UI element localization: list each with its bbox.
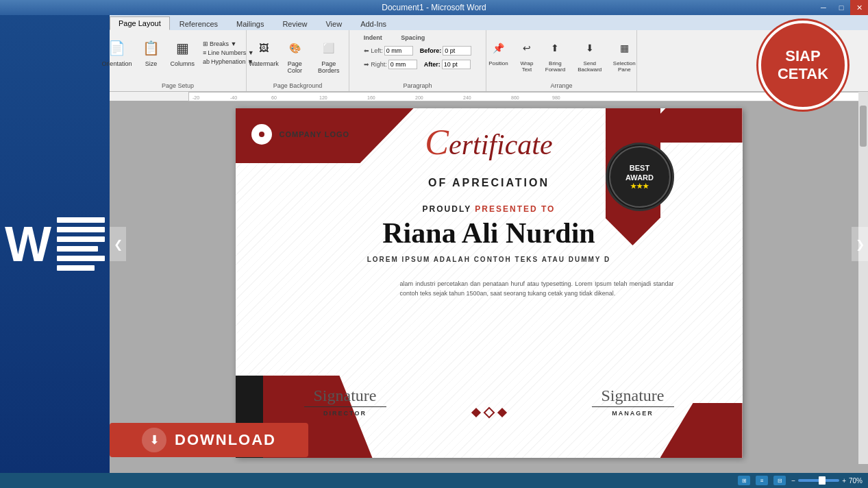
cert-proudly-presented: PROUDLY PRESENTED TO xyxy=(423,204,556,214)
bring-forward-button[interactable]: ⬆ BringForward xyxy=(543,36,567,74)
page-setup-content: 📄 Orientation 📋 Size ▦ Columns ⊞Breaks ▼… xyxy=(99,36,256,88)
zoom-bar: − + 70% xyxy=(791,477,863,485)
diamond-center xyxy=(483,407,495,419)
page-background-label: Page Background xyxy=(273,82,323,89)
zoom-thumb xyxy=(819,476,826,485)
scrollbar-thumb[interactable] xyxy=(860,106,867,147)
selection-pane-icon: ▦ xyxy=(613,37,635,59)
size-icon: 📋 xyxy=(140,37,162,59)
cert-title-rest: ertificate xyxy=(449,129,553,160)
position-icon: 📌 xyxy=(487,37,509,59)
orientation-icon: 📄 xyxy=(106,37,127,59)
maximize-button[interactable]: □ xyxy=(832,0,850,15)
cert-presented-to-text: PRESENTED TO xyxy=(475,204,555,214)
selection-pane-button[interactable]: ▦ SelectionPane xyxy=(612,36,637,74)
indent-left-row: ⬅ Left: Before: xyxy=(364,46,472,56)
cert-sig-2-text: Signature xyxy=(602,387,665,404)
cetak-text: CETAK xyxy=(778,65,828,83)
download-icon: ⬇ xyxy=(142,428,166,452)
ribbon-group-arrange: 📌 Position ↩ Wrap Text ⬆ BringForward ⬇ … xyxy=(486,30,637,91)
cert-body-text: alam industri percetakan dan penataan hu… xyxy=(400,280,674,298)
send-backward-button[interactable]: ⬇ Send Backward xyxy=(570,36,609,74)
paragraph-content: Indent Spacing ⬅ Left: Before: ➡ Right: … xyxy=(364,34,472,88)
cert-sig-2-title: MANAGER xyxy=(612,410,654,417)
diamond-right xyxy=(497,408,506,417)
position-button[interactable]: 📌 Position xyxy=(486,36,510,68)
watermark-button[interactable]: 🖼 Watermark xyxy=(250,36,278,69)
tab-mailings[interactable]: Mailings xyxy=(227,17,273,30)
cert-sig-1-text: Signature xyxy=(314,387,377,404)
arrange-label: Arrange xyxy=(550,82,572,89)
indent-left-input[interactable] xyxy=(384,46,413,56)
ruler-inner: -20 -40 60 120 160 200 240 860 980 xyxy=(188,92,861,101)
word-logo-sidebar: W xyxy=(0,0,110,488)
cert-logo: COMPANY LOGO xyxy=(249,122,350,147)
indent-right-input[interactable] xyxy=(388,60,417,69)
status-icon-1[interactable]: ⊞ xyxy=(738,476,750,485)
paragraph-label: Paragraph xyxy=(403,82,432,89)
cert-proudly-text: PROUDLY xyxy=(423,204,471,214)
cert-title: Certificate xyxy=(352,122,626,162)
cert-signature-manager: Signature MANAGER xyxy=(592,387,674,417)
indent-right-label: ➡ Right: xyxy=(364,61,387,68)
cert-badge-best: BEST xyxy=(630,164,649,173)
size-button[interactable]: 📋 Size xyxy=(137,36,164,69)
before-input[interactable] xyxy=(443,46,471,56)
zoom-plus[interactable]: + xyxy=(842,477,846,485)
page-borders-button[interactable]: ⬜ Page Borders xyxy=(312,36,345,75)
columns-button[interactable]: ▦ Columns xyxy=(167,36,197,69)
cert-sig-2-line xyxy=(592,406,674,407)
siap-cetak-badge: SIAP CETAK xyxy=(758,21,847,110)
minimize-button[interactable]: ─ xyxy=(815,0,832,15)
cert-logo-text: COMPANY LOGO xyxy=(280,130,350,138)
after-input[interactable] xyxy=(442,60,471,69)
download-label: DOWNLOAD xyxy=(175,431,276,449)
word-line-3 xyxy=(57,236,105,242)
word-lines-icon xyxy=(57,217,105,271)
nav-arrow-left[interactable]: ❮ xyxy=(110,227,126,261)
ribbon-content: 📄 Orientation 📋 Size ▦ Columns ⊞Breaks ▼… xyxy=(110,30,868,92)
download-button[interactable]: ⬇ DOWNLOAD xyxy=(110,423,308,457)
zoom-level: 70% xyxy=(849,477,863,485)
vertical-scrollbar[interactable] xyxy=(858,92,868,464)
bring-forward-icon: ⬆ xyxy=(544,37,566,59)
tab-references[interactable]: References xyxy=(171,17,227,30)
tab-page-layout[interactable]: Page Layout xyxy=(110,16,170,30)
ribbon-bookmark-bottom xyxy=(606,218,660,245)
cert-logo-circle xyxy=(249,122,274,147)
page-color-button[interactable]: 🎨 Page Color xyxy=(280,36,309,75)
cert-badge-award: AWARD xyxy=(625,173,654,182)
status-icon-3[interactable]: ⊟ xyxy=(773,476,786,485)
cert-of-apreciation: OF APRECIATION xyxy=(428,177,549,189)
ribbon-group-page-background: 🖼 Watermark 🎨 Page Color ⬜ Page Borders … xyxy=(247,30,349,91)
svg-text:60: 60 xyxy=(271,95,277,100)
svg-text:160: 160 xyxy=(367,95,375,100)
word-letter: W xyxy=(5,219,51,269)
document-page: BEST AWARD ★★★ COMPANY LOGO Certificate … xyxy=(236,108,743,458)
status-icon-2[interactable]: ≡ xyxy=(756,476,768,485)
tab-view[interactable]: View xyxy=(317,17,351,30)
indent-label: Indent Spacing xyxy=(364,34,425,41)
tab-add-ins[interactable]: Add-Ins xyxy=(351,17,395,30)
diamond-left xyxy=(471,408,480,417)
wrap-text-button[interactable]: ↩ Wrap Text xyxy=(513,36,540,74)
zoom-minus[interactable]: − xyxy=(791,477,795,485)
indent-left-label: ⬅ Left: xyxy=(364,47,383,54)
zoom-slider[interactable] xyxy=(798,479,839,482)
orientation-button[interactable]: 📄 Orientation xyxy=(99,36,134,69)
tab-review[interactable]: Review xyxy=(273,17,316,30)
arrange-content: 📌 Position ↩ Wrap Text ⬆ BringForward ⬇ … xyxy=(486,36,636,88)
status-bar: ⊞ ≡ ⊟ − + 70% xyxy=(0,473,868,488)
document-wrapper: BEST AWARD ★★★ COMPANY LOGO Certificate … xyxy=(116,108,861,458)
word-line-2 xyxy=(57,227,105,232)
ribbon-group-paragraph: Indent Spacing ⬅ Left: Before: ➡ Right: … xyxy=(349,30,486,91)
close-button[interactable]: ✕ xyxy=(850,0,868,15)
cert-title-c: C xyxy=(425,123,449,162)
nav-arrow-right[interactable]: ❯ xyxy=(852,227,868,261)
ribbon-group-page-setup: 📄 Orientation 📋 Size ▦ Columns ⊞Breaks ▼… xyxy=(110,30,247,91)
main-document-area: BEST AWARD ★★★ COMPANY LOGO Certificate … xyxy=(110,92,868,464)
after-label: After: xyxy=(424,61,441,68)
cert-signatures: Signature DIRECTOR Signature MANAGER xyxy=(304,387,674,417)
svg-text:120: 120 xyxy=(319,95,327,100)
svg-text:-20: -20 xyxy=(193,95,199,100)
